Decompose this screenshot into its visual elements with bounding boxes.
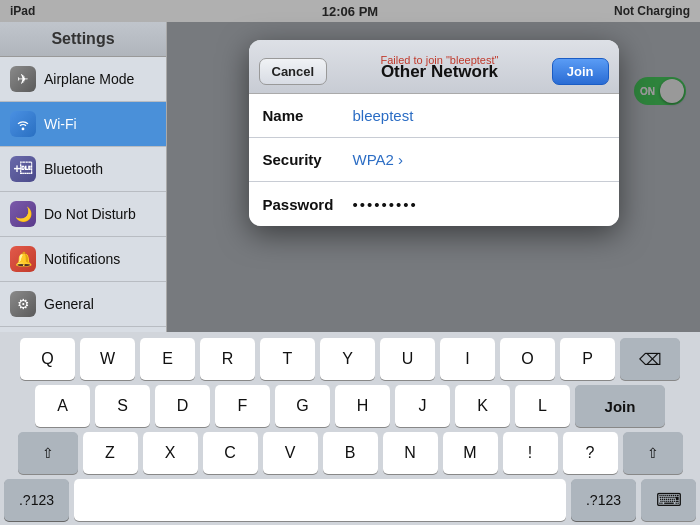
dnd-label: Do Not Disturb: [44, 206, 136, 222]
key-b[interactable]: B: [323, 432, 378, 474]
chevron-right-icon: ›: [398, 151, 403, 168]
key-w[interactable]: W: [80, 338, 135, 380]
key-t[interactable]: T: [260, 338, 315, 380]
join-key[interactable]: Join: [575, 385, 665, 427]
password-row: Password: [249, 182, 619, 226]
key-z[interactable]: Z: [83, 432, 138, 474]
security-value[interactable]: WPA2 ›: [353, 151, 403, 168]
key-h[interactable]: H: [335, 385, 390, 427]
sidebar-item-notifications[interactable]: 🔔 Notifications: [0, 237, 166, 282]
password-input[interactable]: [353, 196, 605, 213]
name-row: Name bleeptest: [249, 94, 619, 138]
key-i[interactable]: I: [440, 338, 495, 380]
name-label: Name: [263, 107, 353, 124]
shift-right-key[interactable]: ⇧: [623, 432, 683, 474]
key-n[interactable]: N: [383, 432, 438, 474]
key-p[interactable]: P: [560, 338, 615, 380]
key-x[interactable]: X: [143, 432, 198, 474]
modal-body: Name bleeptest Security WPA2 › Password: [249, 94, 619, 226]
modal-title-bar: Cancel Failed to join "bleeptest" Other …: [249, 40, 619, 94]
keyboard: Q W E R T Y U I O P ⌫ A S D F G H J K L …: [0, 332, 700, 525]
status-right: Not Charging: [614, 4, 690, 18]
keyboard-row-2: A S D F G H J K L Join: [4, 385, 696, 427]
dnd-icon: 🌙: [10, 201, 36, 227]
space-key[interactable]: [74, 479, 566, 521]
key-g[interactable]: G: [275, 385, 330, 427]
key-s[interactable]: S: [95, 385, 150, 427]
airplane-icon: ✈: [10, 66, 36, 92]
status-time: 12:06 PM: [322, 4, 378, 19]
shift-key[interactable]: ⇧: [18, 432, 78, 474]
key-k[interactable]: K: [455, 385, 510, 427]
key-question[interactable]: ?: [563, 432, 618, 474]
key-y[interactable]: Y: [320, 338, 375, 380]
keyboard-row-1: Q W E R T Y U I O P ⌫: [4, 338, 696, 380]
charging-label: Not Charging: [614, 4, 690, 18]
notifications-label: Notifications: [44, 251, 120, 267]
wifi-label: Wi-Fi: [44, 116, 77, 132]
ipad-label: iPad: [10, 4, 35, 18]
security-label: Security: [263, 151, 353, 168]
airplane-label: Airplane Mode: [44, 71, 134, 87]
key-l[interactable]: L: [515, 385, 570, 427]
sidebar-item-dnd[interactable]: 🌙 Do Not Disturb: [0, 192, 166, 237]
modal-error: Failed to join "bleeptest": [381, 54, 499, 66]
key-d[interactable]: D: [155, 385, 210, 427]
name-value: bleeptest: [353, 107, 605, 124]
status-left: iPad: [10, 4, 35, 18]
key-v[interactable]: V: [263, 432, 318, 474]
notifications-icon: 🔔: [10, 246, 36, 272]
sidebar-item-airplane-mode[interactable]: ✈ Airplane Mode: [0, 57, 166, 102]
password-label: Password: [263, 196, 353, 213]
emoji-key[interactable]: ⌨: [641, 479, 696, 521]
numbers-left-key[interactable]: .?123: [4, 479, 69, 521]
general-icon: ⚙: [10, 291, 36, 317]
backspace-key[interactable]: ⌫: [620, 338, 680, 380]
cancel-button[interactable]: Cancel: [259, 58, 328, 85]
key-a[interactable]: A: [35, 385, 90, 427]
key-r[interactable]: R: [200, 338, 255, 380]
security-row[interactable]: Security WPA2 ›: [249, 138, 619, 182]
sidebar-item-wifi[interactable]: Wi-Fi: [0, 102, 166, 147]
key-m[interactable]: M: [443, 432, 498, 474]
key-o[interactable]: O: [500, 338, 555, 380]
wifi-icon: [10, 111, 36, 137]
join-button[interactable]: Join: [552, 58, 609, 85]
key-c[interactable]: C: [203, 432, 258, 474]
keyboard-bottom-row: .?123 .?123 ⌨: [4, 479, 696, 521]
general-label: General: [44, 296, 94, 312]
key-e[interactable]: E: [140, 338, 195, 380]
sidebar-item-general[interactable]: ⚙ General: [0, 282, 166, 327]
other-network-modal: Cancel Failed to join "bleeptest" Other …: [249, 40, 619, 226]
sidebar-header: Settings: [0, 22, 166, 57]
sidebar-item-bluetooth[interactable]: + Bluetooth: [0, 147, 166, 192]
key-exclaim[interactable]: !: [503, 432, 558, 474]
key-j[interactable]: J: [395, 385, 450, 427]
bluetooth-label: Bluetooth: [44, 161, 103, 177]
key-u[interactable]: U: [380, 338, 435, 380]
key-q[interactable]: Q: [20, 338, 75, 380]
bluetooth-icon: +: [10, 156, 36, 182]
numbers-right-key[interactable]: .?123: [571, 479, 636, 521]
keyboard-row-3: ⇧ Z X C V B N M ! ? ⇧: [4, 432, 696, 474]
status-bar: iPad 12:06 PM Not Charging: [0, 0, 700, 22]
key-f[interactable]: F: [215, 385, 270, 427]
